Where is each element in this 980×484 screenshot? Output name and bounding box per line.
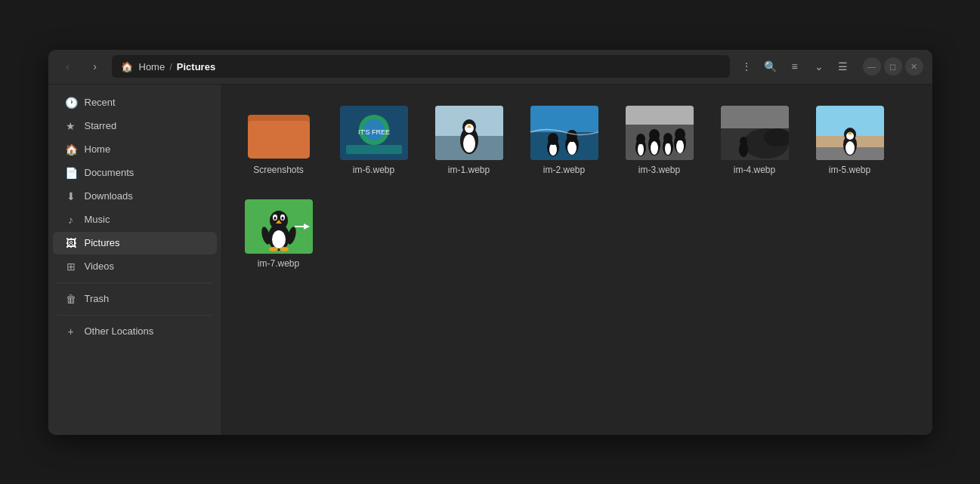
view-toggle-button[interactable]: ⌄ [808, 56, 830, 77]
svg-point-20 [549, 143, 557, 156]
back-button[interactable]: ‹ [57, 56, 79, 77]
close-button[interactable]: ✕ [905, 57, 923, 76]
svg-point-12 [463, 134, 475, 153]
svg-text:IT'S FREE: IT'S FREE [357, 128, 389, 136]
files-grid: Screenshots IT'S FREE im-6.webp [237, 100, 917, 275]
svg-point-29 [638, 143, 644, 156]
svg-point-21 [548, 133, 558, 145]
sidebar-item-trash[interactable]: 🗑 Trash [53, 288, 217, 310]
sidebar-label-trash: Trash [85, 293, 110, 304]
music-icon: ♪ [65, 214, 77, 226]
file-item-screenshots[interactable]: Screenshots [237, 100, 320, 181]
svg-point-39 [675, 128, 685, 140]
titlebar-actions: ⋮ 🔍 ≡ ⌄ ☰ [736, 56, 854, 77]
file-item-im2[interactable]: im-2.webp [523, 100, 606, 181]
svg-rect-2 [248, 121, 310, 159]
home-nav-icon: 🏠 [65, 143, 77, 156]
image-thumbnail-im6: IT'S FREE [340, 106, 408, 160]
folder-icon [248, 107, 310, 159]
videos-icon: ⊞ [65, 260, 77, 273]
im4-preview [721, 106, 789, 160]
im5-preview [816, 106, 884, 160]
svg-point-62 [281, 217, 283, 220]
sidebar-item-videos[interactable]: ⊞ Videos [53, 255, 217, 278]
im7-preview [245, 199, 313, 254]
im6-preview: IT'S FREE [340, 106, 408, 160]
main-area: Screenshots IT'S FREE im-6.webp [222, 85, 932, 435]
im3-preview [626, 106, 694, 160]
svg-rect-17 [530, 106, 598, 132]
image-thumbnail-im4 [721, 106, 789, 160]
downloads-icon: ⬇ [65, 190, 77, 202]
sidebar-label-downloads: Downloads [85, 190, 133, 202]
search-button[interactable]: 🔍 [760, 56, 781, 77]
breadcrumb-current: Pictures [177, 61, 215, 72]
sidebar-divider-2 [57, 315, 212, 316]
more-options-button[interactable]: ⋮ [736, 56, 757, 77]
svg-point-57 [272, 230, 286, 248]
file-name-im3: im-3.webp [638, 165, 680, 175]
sidebar-item-music[interactable]: ♪ Music [53, 208, 217, 231]
file-name-im4: im-4.webp [734, 165, 775, 175]
file-name-screenshots: Screenshots [253, 165, 304, 175]
image-thumbnail-im3 [626, 106, 694, 160]
sidebar-item-other-locations[interactable]: + Other Locations [53, 320, 217, 343]
file-item-im3[interactable]: im-3.webp [618, 100, 701, 181]
starred-icon: ★ [65, 120, 77, 132]
sidebar-item-pictures[interactable]: 🖼 Pictures [53, 232, 217, 254]
file-item-im7[interactable]: im-7.webp [237, 193, 320, 275]
file-name-im2: im-2.webp [543, 165, 585, 175]
file-manager-window: ‹ › 🏠 Home / Pictures ⋮ 🔍 ≡ ⌄ ☰ — ◻ ✕ 🕐 … [48, 50, 932, 435]
image-thumbnail-im2 [530, 106, 598, 160]
file-item-im1[interactable]: im-1.webp [428, 100, 511, 181]
breadcrumb-home[interactable]: Home [139, 61, 165, 72]
svg-point-61 [274, 217, 276, 220]
sidebar-label-starred: Starred [85, 120, 117, 131]
sidebar-item-recent[interactable]: 🕐 Recent [53, 91, 217, 114]
sidebar-label-other-locations: Other Locations [85, 325, 154, 337]
sidebar-item-home[interactable]: 🏠 Home [53, 138, 217, 161]
forward-button[interactable]: › [85, 56, 106, 77]
file-item-im6[interactable]: IT'S FREE im-6.webp [332, 100, 416, 181]
titlebar: ‹ › 🏠 Home / Pictures ⋮ 🔍 ≡ ⌄ ☰ — ◻ ✕ [48, 50, 932, 85]
svg-rect-26 [626, 106, 694, 125]
recent-icon: 🕐 [65, 97, 77, 109]
svg-point-67 [280, 247, 289, 251]
sidebar-divider [57, 282, 212, 283]
minimize-button[interactable]: — [863, 57, 881, 76]
sidebar-item-documents[interactable]: 📄 Documents [53, 162, 217, 184]
sidebar-label-recent: Recent [85, 97, 116, 108]
image-thumbnail-im7 [245, 199, 313, 254]
file-name-im1: im-1.webp [448, 165, 490, 175]
svg-point-38 [676, 140, 684, 153]
svg-point-51 [846, 141, 855, 155]
sidebar-label-pictures: Pictures [85, 237, 120, 248]
file-name-im5: im-5.webp [829, 165, 870, 175]
file-item-im5[interactable]: im-5.webp [808, 100, 892, 181]
svg-point-35 [665, 143, 671, 155]
sidebar-label-music: Music [85, 214, 110, 225]
svg-point-46 [740, 137, 747, 146]
breadcrumb: 🏠 Home / Pictures [112, 55, 730, 78]
image-thumbnail-im1 [435, 106, 503, 160]
sidebar-item-downloads[interactable]: ⬇ Downloads [53, 185, 217, 208]
list-view-button[interactable]: ≡ [784, 56, 805, 77]
sidebar: 🕐 Recent ★ Starred 🏠 Home 📄 Documents ⬇ … [48, 85, 222, 435]
image-thumbnail-im5 [816, 106, 884, 160]
svg-point-33 [649, 129, 660, 141]
window-controls: — ◻ ✕ [863, 57, 923, 76]
pictures-icon: 🖼 [65, 237, 77, 249]
file-item-im4[interactable]: im-4.webp [713, 100, 796, 181]
menu-button[interactable]: ☰ [833, 56, 854, 77]
home-icon: 🏠 [121, 61, 133, 72]
svg-point-32 [651, 141, 658, 155]
folder-thumbnail [245, 106, 313, 160]
sidebar-label-home: Home [85, 143, 111, 155]
svg-rect-7 [346, 145, 402, 154]
maximize-button[interactable]: ◻ [884, 57, 902, 76]
svg-point-23 [567, 141, 577, 155]
sidebar-item-starred[interactable]: ★ Starred [53, 115, 217, 137]
sidebar-label-documents: Documents [85, 167, 134, 178]
sidebar-label-videos: Videos [85, 260, 115, 272]
file-name-im6: im-6.webp [353, 165, 394, 175]
